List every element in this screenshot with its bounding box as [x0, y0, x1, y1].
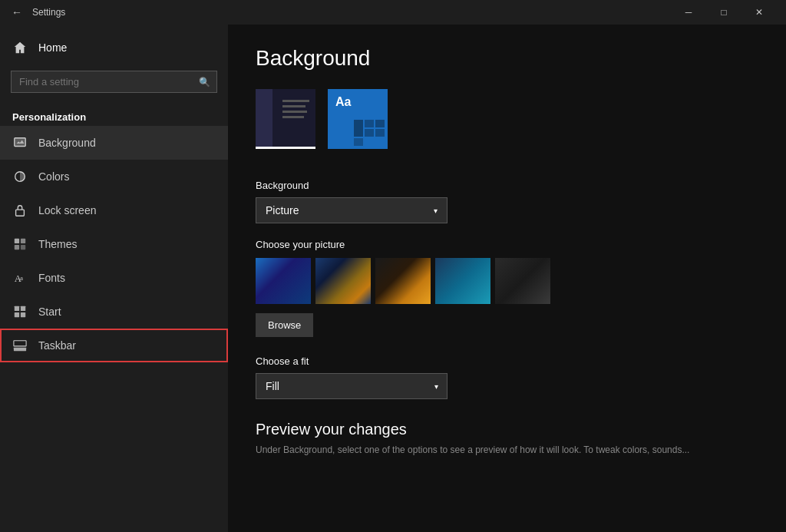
back-button[interactable]: ← — [9, 5, 25, 20]
sidebar-item-taskbar[interactable]: Taskbar — [0, 329, 228, 362]
dropdown-arrow-icon: ▾ — [434, 207, 438, 215]
picture-thumb-5[interactable] — [495, 258, 550, 304]
preview-thumb-1[interactable] — [256, 89, 315, 158]
colors-label: Colors — [38, 170, 69, 183]
section-label: Personalization — [0, 105, 228, 126]
close-button[interactable]: ✕ — [741, 0, 777, 25]
picture-thumb-2[interactable] — [315, 258, 371, 304]
lock-icon — [12, 203, 28, 218]
sidebar-item-fonts[interactable]: A a Fonts — [0, 261, 228, 295]
preview-thumb-2[interactable]: Aa — [328, 89, 388, 158]
taskbar-label: Taskbar — [38, 339, 76, 352]
themes-label: Themes — [38, 238, 78, 250]
browse-button[interactable]: Browse — [256, 313, 313, 337]
lockscreen-label: Lock screen — [38, 204, 96, 216]
background-dropdown[interactable]: Picture Solid color Slideshow ▾ — [256, 197, 447, 223]
svg-rect-13 — [21, 312, 25, 317]
svg-rect-1 — [15, 138, 25, 147]
svg-text:a: a — [20, 274, 23, 282]
search-input[interactable] — [19, 76, 209, 88]
background-select[interactable]: Picture Solid color Slideshow — [266, 204, 434, 216]
svg-rect-7 — [21, 245, 25, 249]
search-container: 🔍 — [11, 71, 217, 93]
fonts-icon: A a — [12, 270, 28, 286]
svg-rect-14 — [14, 348, 26, 352]
preview-changes-desc: Under Background, select one of the opti… — [256, 444, 758, 455]
svg-rect-15 — [14, 341, 26, 346]
themes-icon — [12, 236, 28, 252]
sidebar-item-lockscreen[interactable]: Lock screen — [0, 193, 228, 227]
background-setting-label: Background — [256, 180, 758, 191]
sidebar-item-colors[interactable]: Colors — [0, 160, 228, 193]
content-area: Background — [228, 25, 786, 532]
sidebar-item-start[interactable]: Start — [0, 295, 228, 329]
sidebar: Home 🔍 Personalization Background — [0, 25, 228, 532]
choose-fit-label: Choose a fit — [256, 355, 758, 367]
page-title: Background — [256, 46, 758, 71]
fonts-label: Fonts — [38, 272, 65, 284]
picture-thumb-1[interactable] — [256, 258, 311, 304]
search-icon: 🔍 — [199, 77, 210, 88]
window-controls: ─ □ ✕ — [671, 0, 777, 25]
background-label: Background — [38, 137, 96, 149]
app-title: Settings — [32, 7, 671, 18]
colors-icon — [12, 169, 28, 184]
svg-rect-4 — [15, 239, 19, 243]
svg-rect-6 — [15, 245, 19, 249]
picture-thumb-3[interactable] — [375, 258, 431, 304]
titlebar: ← Settings ─ □ ✕ — [0, 0, 786, 25]
svg-rect-5 — [21, 239, 25, 243]
sidebar-item-background[interactable]: Background — [0, 126, 228, 160]
search-box[interactable]: 🔍 — [11, 71, 217, 93]
taskbar-icon — [12, 338, 28, 353]
start-icon — [12, 304, 28, 319]
fit-select[interactable]: Fill Fit Stretch Tile Center Span — [256, 373, 447, 399]
main-container: Home 🔍 Personalization Background — [0, 25, 786, 532]
choose-picture-label: Choose your picture — [256, 239, 758, 250]
maximize-button[interactable]: □ — [706, 0, 741, 25]
svg-rect-12 — [15, 312, 19, 317]
minimize-button[interactable]: ─ — [671, 0, 706, 25]
preview-thumbnails: Aa — [256, 89, 758, 158]
home-icon — [12, 40, 28, 55]
home-label: Home — [38, 41, 67, 54]
fit-dropdown[interactable]: Fill Fit Stretch Tile Center Span ▾ — [256, 373, 447, 399]
thumb2-text: Aa — [335, 95, 351, 109]
svg-rect-3 — [16, 210, 25, 216]
svg-rect-11 — [21, 306, 25, 311]
preview-changes-title: Preview your changes — [256, 421, 758, 438]
picture-grid — [256, 258, 758, 304]
svg-rect-10 — [15, 306, 19, 311]
sidebar-item-themes[interactable]: Themes — [0, 227, 228, 261]
background-icon — [12, 135, 28, 150]
sidebar-item-home[interactable]: Home — [0, 31, 228, 64]
start-label: Start — [38, 306, 61, 318]
picture-thumb-4[interactable] — [435, 258, 490, 304]
